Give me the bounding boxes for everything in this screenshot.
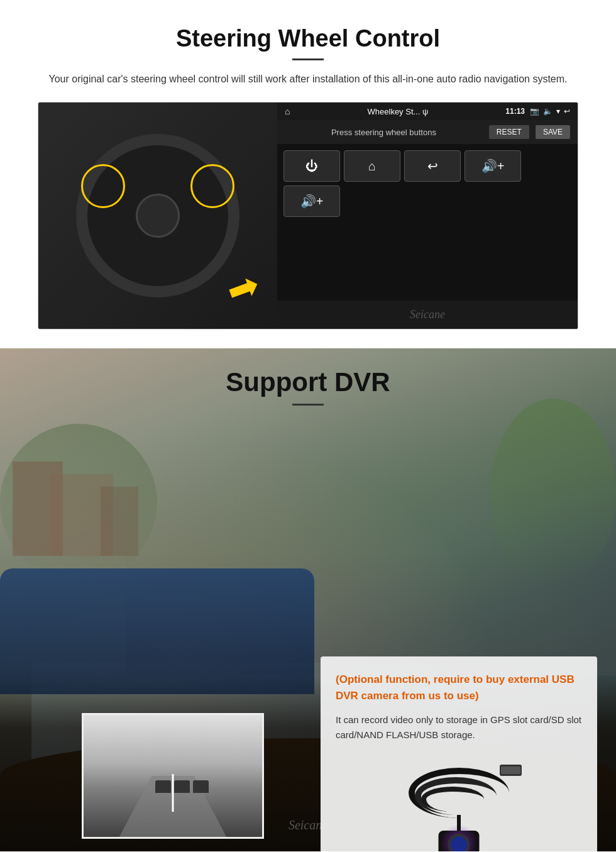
dvr-preview-inner [84,715,262,837]
wk-vol-up-key[interactable]: 🔊+ [465,150,521,182]
reset-button[interactable]: RESET [489,125,529,139]
wk-home-key[interactable]: ⌂ [344,150,400,182]
dvr-title-area: Support DVR [0,348,616,418]
dvr-camera-graphic [396,761,522,851]
usb-connector [500,765,522,776]
camera-body [437,818,481,851]
lane-marking [172,774,174,812]
preview-cars [155,780,231,805]
button-highlight-left [81,164,125,208]
camera-cable-top [457,815,461,831]
dvr-title: Support DVR [0,367,616,397]
save-button[interactable]: SAVE [536,125,570,139]
home-icon: ⌂ [285,106,290,116]
seicane-watermark-swc: Seicane [277,301,578,329]
car-1 [155,780,171,793]
status-bar: ⌂ Wheelkey St... ψ 11:13 📷 🔈 ▾ ↩ [277,102,578,120]
wifi-icon: ▾ [556,107,560,116]
wheelkey-header: Press steering wheel buttons RESET SAVE [277,120,578,144]
usb-port [501,766,520,774]
swc-divider [292,58,324,60]
steering-wheel-graphic [76,134,239,297]
dvr-preview-thumbnail [82,713,264,839]
swc-description: Your original car's steering wheel contr… [38,72,578,87]
swc-image-area: ➡ ⌂ Wheelkey St... ψ 11:13 📷 🔈 ▾ ↩ Press… [38,102,578,329]
button-highlight-right [190,164,234,208]
car-3 [193,780,209,793]
steering-hub [136,194,180,238]
cable-coil-3 [421,787,484,812]
wk-power-key[interactable]: ⏻ [283,150,340,182]
arrow-icon: ➡ [221,262,265,314]
wk-back-key[interactable]: ↩ [404,150,461,182]
wk-vol-down-key[interactable]: 🔊+ [283,185,340,217]
steering-wheel-image: ➡ [38,102,277,329]
app-name-label: Wheelkey St... ψ [295,107,500,116]
building-3 [101,487,138,556]
time-display: 11:13 [505,107,525,116]
volume-icon: 🔈 [543,107,553,116]
back-icon: ↩ [564,107,570,116]
camera-icon: 📷 [530,107,539,116]
wk-instruction: Press steering wheel buttons [285,128,483,137]
car-hood [0,568,314,694]
dvr-info-card: (Optional function, require to buy exter… [321,656,597,851]
dvr-optional-text: (Optional function, require to buy exter… [336,672,582,704]
dvr-description: It can record video only to storage in G… [336,712,582,743]
swc-title: Steering Wheel Control [38,25,578,52]
dvr-camera-image [336,755,582,851]
steering-wheel-section: Steering Wheel Control Your original car… [0,0,616,348]
dvr-divider [292,404,324,406]
wheelkey-app: ⌂ Wheelkey St... ψ 11:13 📷 🔈 ▾ ↩ Press s… [277,102,578,329]
dvr-section: Support DVR (Optional function, require … [0,348,616,851]
car-2 [174,780,190,793]
status-icons: 📷 🔈 ▾ ↩ [530,107,570,116]
wheelkey-button-grid: ⏻ ⌂ ↩ 🔊+ 🔊+ [277,144,578,223]
camera-lens [448,834,470,851]
